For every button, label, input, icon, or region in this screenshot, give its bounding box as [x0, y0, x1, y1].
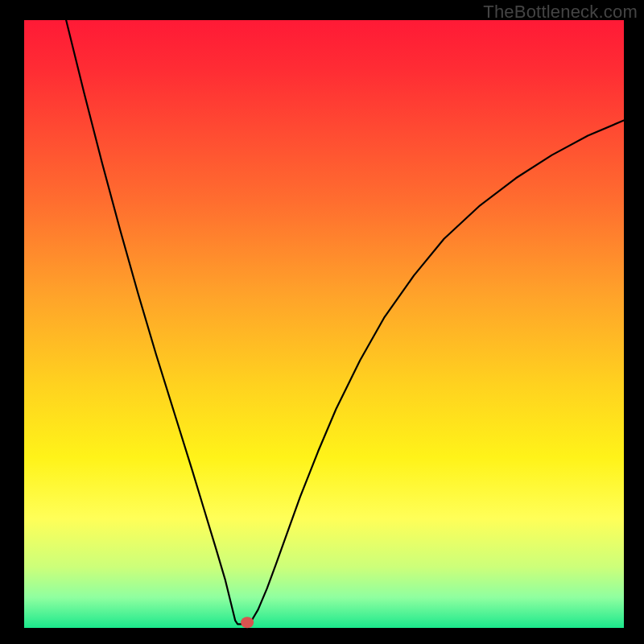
- watermark-text: TheBottleneck.com: [483, 2, 638, 23]
- minimum-marker: [241, 617, 254, 628]
- chart-svg: [0, 0, 644, 644]
- chart-root: [0, 0, 644, 644]
- plot-background: [24, 20, 624, 628]
